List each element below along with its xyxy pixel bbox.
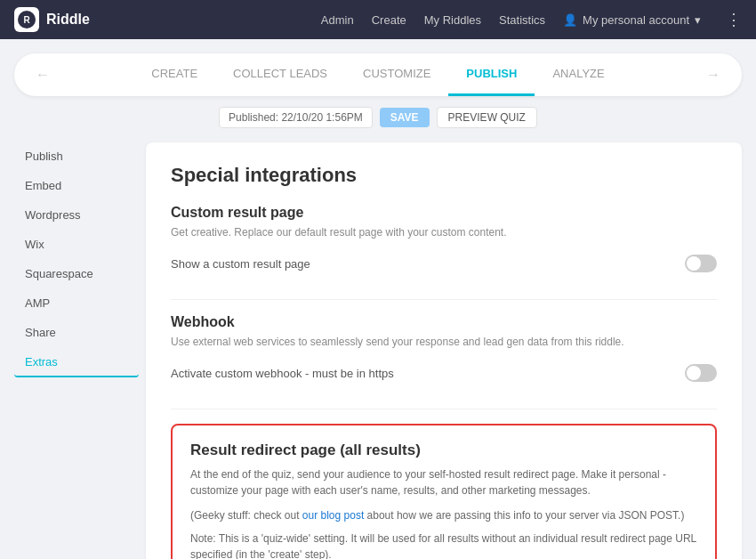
step-items: CREATE COLLECT LEADS CUSTOMIZE PUBLISH A…: [53, 53, 703, 96]
divider-2: [171, 409, 717, 409]
save-button[interactable]: SAVE: [380, 108, 430, 127]
webhook-title: Webhook: [171, 314, 717, 330]
published-timestamp: Published: 22/10/20 1:56PM: [219, 107, 373, 128]
custom-result-desc: Get creative. Replace our default result…: [171, 226, 717, 239]
sidebar-item-amp[interactable]: AMP: [14, 289, 139, 317]
note1-suffix: about how we are passing this info to yo…: [364, 509, 684, 522]
brand-logo[interactable]: R Riddle: [14, 7, 90, 32]
content-area: Publish Embed Wordpress Wix Squarespace …: [14, 142, 742, 559]
step-publish[interactable]: PUBLISH: [448, 53, 535, 96]
main-content: Special integrations Custom result page …: [146, 142, 742, 559]
nav-myriddles[interactable]: My Riddles: [424, 13, 481, 27]
sidebar-item-squarespace[interactable]: Squarespace: [14, 260, 139, 288]
divider-1: [171, 299, 717, 300]
chevron-down-icon: ▾: [695, 13, 701, 27]
sidebar-item-embed[interactable]: Embed: [14, 172, 139, 199]
top-navigation: R Riddle Admin Create My Riddles Statist…: [0, 0, 756, 39]
custom-result-row: Show a custom result page: [171, 249, 717, 278]
webhook-row: Activate custom webhook - must be in htt…: [171, 359, 717, 387]
result-redirect-title: Result redirect page (all results): [190, 442, 697, 459]
sidebar-item-wordpress[interactable]: Wordpress: [14, 201, 139, 229]
note1-prefix: (Geeky stuff: check out: [190, 509, 302, 522]
sidebar-item-publish[interactable]: Publish: [14, 142, 139, 170]
custom-result-toggle[interactable]: [685, 255, 717, 272]
webhook-label: Activate custom webhook - must be in htt…: [171, 367, 394, 380]
step-navigation: ← CREATE COLLECT LEADS CUSTOMIZE PUBLISH…: [14, 53, 742, 96]
preview-quiz-button[interactable]: PREVIEW QUIZ: [437, 107, 537, 128]
step-create[interactable]: CREATE: [133, 53, 215, 96]
section-custom-result-page: Custom result page Get creative. Replace…: [171, 205, 717, 278]
sidebar-item-wix[interactable]: Wix: [14, 231, 139, 258]
step-customize[interactable]: CUSTOMIZE: [345, 53, 448, 96]
sidebar-item-extras[interactable]: Extras: [14, 348, 139, 377]
brand-name: Riddle: [46, 12, 90, 28]
account-icon: 👤: [563, 13, 577, 27]
account-label: My personal account: [583, 13, 689, 27]
riddle-logo-svg: R: [17, 10, 36, 29]
step-collect-leads[interactable]: COLLECT LEADS: [215, 53, 345, 96]
custom-result-label: Show a custom result page: [171, 257, 310, 271]
result-redirect-note2: Note: This is a 'quiz-wide' setting. It …: [190, 531, 697, 559]
webhook-desc: Use external web services to seamlessly …: [171, 336, 717, 348]
account-menu[interactable]: 👤 My personal account ▾: [563, 13, 701, 27]
custom-result-title: Custom result page: [171, 205, 717, 221]
section-result-redirect: Result redirect page (all results) At th…: [171, 424, 717, 559]
section-webhook: Webhook Use external web services to sea…: [171, 314, 717, 387]
more-menu-icon[interactable]: ⋮: [726, 10, 742, 29]
published-bar: Published: 22/10/20 1:56PM SAVE PREVIEW …: [14, 107, 742, 128]
nav-create[interactable]: Create: [372, 13, 406, 27]
step-analyze[interactable]: ANALYZE: [535, 53, 622, 96]
svg-text:R: R: [23, 15, 30, 25]
main-container: ← CREATE COLLECT LEADS CUSTOMIZE PUBLISH…: [0, 39, 756, 559]
webhook-toggle[interactable]: [685, 364, 717, 382]
sidebar-item-share[interactable]: Share: [14, 319, 139, 346]
nav-links: Admin Create My Riddles Statistics 👤 My …: [321, 10, 742, 29]
logo-icon: R: [14, 7, 39, 32]
sidebar: Publish Embed Wordpress Wix Squarespace …: [14, 142, 139, 559]
prev-step-arrow[interactable]: ←: [32, 67, 53, 83]
page-title: Special integrations: [171, 164, 717, 187]
nav-statistics[interactable]: Statistics: [499, 13, 545, 27]
result-redirect-note1: (Geeky stuff: check out our blog post ab…: [190, 507, 697, 523]
blog-post-link[interactable]: our blog post: [302, 509, 364, 522]
nav-admin[interactable]: Admin: [321, 13, 354, 27]
next-step-arrow[interactable]: →: [703, 67, 724, 83]
result-redirect-desc: At the end of the quiz, send your audien…: [190, 466, 697, 498]
